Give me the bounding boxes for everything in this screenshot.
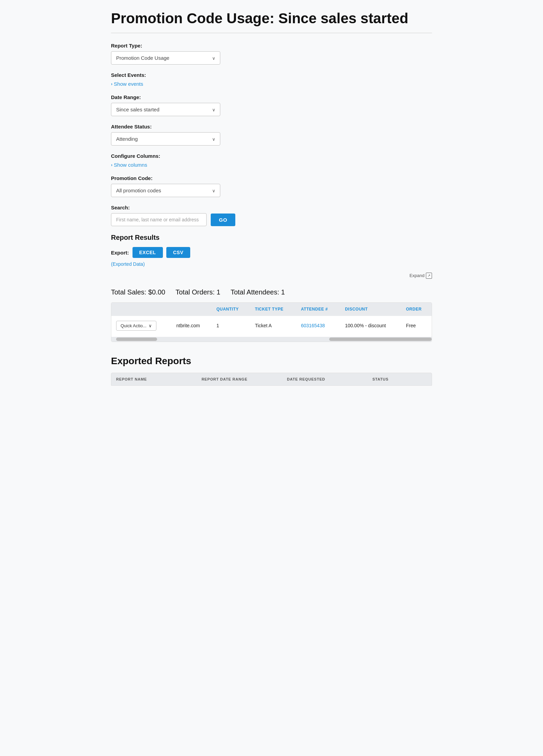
col-ticket-type: TICKET TYPE (250, 303, 296, 316)
col-actions (111, 303, 171, 316)
attendee-status-wrapper: Attending ∨ (111, 132, 220, 146)
attendee-status-label: Attendee Status: (111, 124, 432, 129)
configure-columns-label: Configure Columns: (111, 153, 432, 159)
show-columns-link[interactable]: › Show columns (111, 162, 147, 168)
results-table-wrapper: QUANTITY TICKET TYPE ATTENDEE # DISCOUNT… (111, 302, 432, 342)
report-results-section: Report Results Export: EXCEL CSV (Export… (111, 234, 432, 342)
export-row: Export: EXCEL CSV (111, 247, 432, 258)
table-header-row: QUANTITY TICKET TYPE ATTENDEE # DISCOUNT… (111, 303, 432, 316)
col-discount: DISCOUNT (340, 303, 401, 316)
quick-action-cell: Quick Actio... ∨ (111, 316, 171, 335)
total-sales: Total Sales: $0.00 (111, 288, 165, 296)
expand-icon: ↗ (426, 273, 432, 279)
ticket-type-cell: Ticket A (250, 316, 296, 335)
report-type-select[interactable]: Promotion Code Usage (111, 51, 220, 65)
configure-columns-group: Configure Columns: › Show columns (111, 153, 432, 168)
attendee-link[interactable]: 603165438 (301, 323, 325, 328)
col-quantity: QUANTITY (212, 303, 250, 316)
excel-button[interactable]: EXCEL (133, 247, 163, 258)
total-orders: Total Orders: 1 (176, 288, 220, 296)
totals-bar: Total Sales: $0.00 Total Orders: 1 Total… (111, 282, 432, 302)
attendee-status-select[interactable]: Attending (111, 132, 220, 146)
order-cell: Free (401, 316, 432, 335)
search-input[interactable] (111, 213, 207, 226)
exported-reports-section: Exported Reports REPORT NAME REPORT DATE… (111, 356, 432, 386)
scrollbar-thumb-right (329, 338, 432, 341)
promotion-code-select[interactable]: All promotion codes (111, 184, 220, 197)
quick-action-chevron-icon: ∨ (149, 323, 152, 328)
date-range-select[interactable]: Since sales started (111, 103, 220, 116)
reports-col-name: REPORT NAME (111, 373, 197, 385)
report-type-group: Report Type: Promotion Code Usage ∨ (111, 43, 432, 65)
results-table: QUANTITY TICKET TYPE ATTENDEE # DISCOUNT… (111, 303, 432, 335)
go-button[interactable]: GO (211, 214, 235, 226)
report-results-title: Report Results (111, 234, 432, 242)
col-email (171, 303, 211, 316)
exported-data-link[interactable]: (Exported Data) (111, 261, 432, 267)
discount-cell: 100.00% - discount (340, 316, 401, 335)
select-events-label: Select Events: (111, 72, 432, 78)
exported-reports-title: Exported Reports (111, 356, 432, 367)
horizontal-scrollbar[interactable] (111, 337, 432, 342)
date-range-label: Date Range: (111, 94, 432, 100)
email-cell: ntbrite.com (171, 316, 211, 335)
table-row: Quick Actio... ∨ ntbrite.com 1 Ticket A … (111, 316, 432, 335)
expand-row: Expand ↗ (111, 272, 432, 279)
search-row: GO (111, 213, 432, 226)
date-range-group: Date Range: Since sales started ∨ (111, 94, 432, 116)
col-order: ORDER (401, 303, 432, 316)
scrollbar-thumb-left (116, 338, 157, 341)
select-events-group: Select Events: › Show events (111, 72, 432, 87)
title-divider (111, 33, 432, 33)
search-label: Search: (111, 205, 432, 210)
page-title: Promotion Code Usage: Since sales starte… (111, 10, 432, 27)
reports-col-date-range: REPORT DATE RANGE (197, 373, 282, 385)
expand-link[interactable]: Expand ↗ (409, 273, 432, 279)
promotion-code-wrapper: All promotion codes ∨ (111, 184, 220, 197)
reports-col-date-requested: DATE REQUESTED (282, 373, 367, 385)
promotion-code-label: Promotion Code: (111, 175, 432, 181)
csv-button[interactable]: CSV (166, 247, 190, 258)
report-type-label: Report Type: (111, 43, 432, 49)
promotion-code-group: Promotion Code: All promotion codes ∨ (111, 175, 432, 197)
show-events-link[interactable]: › Show events (111, 81, 143, 87)
col-attendee-num: ATTENDEE # (296, 303, 340, 316)
date-range-wrapper: Since sales started ∨ (111, 103, 220, 116)
reports-col-status: STATUS (367, 373, 432, 385)
report-type-wrapper: Promotion Code Usage ∨ (111, 51, 220, 65)
search-group: Search: GO (111, 205, 432, 226)
attendee-number-cell: 603165438 (296, 316, 340, 335)
attendee-status-group: Attendee Status: Attending ∨ (111, 124, 432, 146)
total-attendees: Total Attendees: 1 (231, 288, 285, 296)
quick-action-button[interactable]: Quick Actio... ∨ (116, 321, 156, 331)
reports-table-header: REPORT NAME REPORT DATE RANGE DATE REQUE… (111, 373, 432, 386)
quantity-cell: 1 (212, 316, 250, 335)
export-label: Export: (111, 250, 129, 256)
chevron-right-columns-icon: › (111, 162, 112, 167)
chevron-right-icon: › (111, 81, 112, 86)
